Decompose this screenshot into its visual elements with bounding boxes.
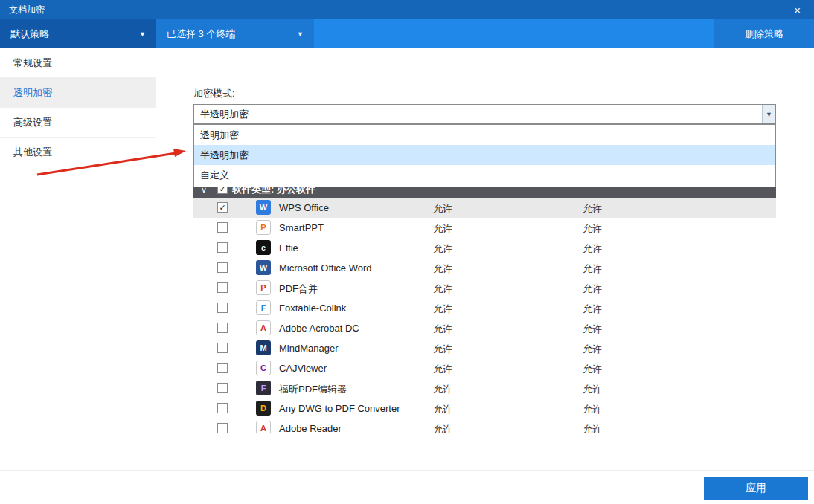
table-row[interactable]: ✓WWPS Office允许允许 <box>193 198 776 218</box>
row-checkbox[interactable]: ✓ <box>217 202 228 213</box>
toolbar: 默认策略 ▼ 已选择 3 个终端 ▼ 删除策略 <box>0 19 814 48</box>
permission-read: 允许 <box>433 303 452 316</box>
permission-write: 允许 <box>583 222 602 236</box>
table-row[interactable]: eEffie允许允许 <box>193 238 776 258</box>
terminals-dropdown-label: 已选择 3 个终端 <box>167 28 235 41</box>
terminals-dropdown[interactable]: 已选择 3 个终端 ▼ <box>156 19 314 48</box>
permission-read: 允许 <box>433 323 452 336</box>
sidebar-item-advanced[interactable]: 高级设置 <box>0 108 156 138</box>
permission-write: 允许 <box>583 242 602 256</box>
document-encryption-window: 文档加密 × 默认策略 ▼ 已选择 3 个终端 ▼ 删除策略 常规设置 透明加密… <box>0 0 814 504</box>
table-row[interactable]: PPDF合并允许允许 <box>193 278 776 298</box>
encrypt-mode-label: 加密模式: <box>193 87 235 100</box>
encrypt-mode-dropdown-list: 透明加密半透明加密自定义 <box>193 124 776 187</box>
permission-read: 允许 <box>433 262 452 276</box>
permission-read: 允许 <box>433 202 452 216</box>
sidebar-item-transparent-encryption[interactable]: 透明加密 <box>0 78 156 108</box>
table-row[interactable]: AAdobe Reader允许允许 <box>193 419 776 433</box>
combobox-arrow-icon[interactable]: ▼ <box>762 105 775 123</box>
row-checkbox[interactable] <box>217 222 228 233</box>
delete-policy-button[interactable]: 删除策略 <box>714 19 814 48</box>
policy-dropdown[interactable]: 默认策略 ▼ <box>0 19 156 48</box>
app-name: Adobe Reader <box>279 423 342 433</box>
row-checkbox[interactable] <box>217 403 228 413</box>
app-name: Effie <box>279 242 298 253</box>
permission-read: 允许 <box>433 343 452 356</box>
window-title: 文档加密 <box>9 4 45 16</box>
table-row[interactable]: WMicrosoft Office Word允许允许 <box>193 258 776 278</box>
title-bar: 文档加密 × <box>0 0 814 19</box>
sidebar-item-general[interactable]: 常规设置 <box>0 48 156 78</box>
permission-write: 允许 <box>583 423 602 433</box>
chevron-down-icon: ▼ <box>139 30 146 38</box>
sidebar: 常规设置 透明加密 高级设置 其他设置 <box>0 48 156 470</box>
smartppt-icon: P <box>256 220 271 235</box>
effie-icon: e <box>256 240 271 255</box>
app-name: 福昕PDF编辑器 <box>279 383 347 396</box>
permission-write: 允许 <box>583 202 602 216</box>
dropdown-option[interactable]: 透明加密 <box>194 125 775 145</box>
app-name: Any DWG to PDF Converter <box>279 403 400 414</box>
permission-write: 允许 <box>583 323 602 336</box>
row-checkbox[interactable] <box>217 383 228 393</box>
table-row[interactable]: MMindManager允许允许 <box>193 338 776 358</box>
wps-office-icon: W <box>256 200 271 215</box>
foxtable-colink-icon: F <box>256 300 271 315</box>
row-checkbox[interactable] <box>217 242 228 253</box>
dropdown-option[interactable]: 自定义 <box>194 165 775 185</box>
permission-read: 允许 <box>433 363 452 376</box>
table-row[interactable]: CCAJViewer允许允许 <box>193 358 776 378</box>
adobe-acrobat-icon: A <box>256 320 271 335</box>
app-name: Foxtable-Colink <box>279 303 346 314</box>
policy-dropdown-label: 默认策略 <box>10 28 49 41</box>
permission-read: 允许 <box>433 222 452 236</box>
permission-read: 允许 <box>433 282 452 296</box>
permission-write: 允许 <box>583 262 602 276</box>
software-table: ✓WWPS Office允许允许PSmartPPT允许允许eEffie允许允许W… <box>193 198 776 433</box>
app-name: Adobe Acrobat DC <box>279 323 359 334</box>
chevron-down-icon: ▼ <box>297 30 304 38</box>
row-checkbox[interactable] <box>217 262 228 273</box>
permission-read: 允许 <box>433 383 452 396</box>
permission-write: 允许 <box>583 403 602 416</box>
close-icon[interactable]: × <box>789 4 805 16</box>
permission-write: 允许 <box>583 383 602 396</box>
table-row[interactable]: AAdobe Acrobat DC允许允许 <box>193 318 776 338</box>
app-name: SmartPPT <box>279 222 324 233</box>
encrypt-mode-combobox[interactable]: 半透明加密 ▼ <box>193 104 776 124</box>
app-name: CAJViewer <box>279 363 327 374</box>
app-name: WPS Office <box>279 202 329 213</box>
footer-divider <box>0 470 814 471</box>
permission-write: 允许 <box>583 303 602 316</box>
table-row[interactable]: FFoxtable-Colink允许允许 <box>193 298 776 318</box>
combobox-value: 半透明加密 <box>200 108 249 121</box>
pdf-merge-icon: P <box>256 280 271 295</box>
permission-read: 允许 <box>433 403 452 416</box>
mindmanager-icon: M <box>256 340 271 355</box>
row-checkbox[interactable] <box>217 423 228 433</box>
permission-read: 允许 <box>433 423 452 433</box>
table-row[interactable]: DAny DWG to PDF Converter允许允许 <box>193 398 776 419</box>
row-checkbox[interactable] <box>217 282 228 293</box>
permission-read: 允许 <box>433 242 452 256</box>
ms-word-icon: W <box>256 260 271 275</box>
foxit-pdf-editor-icon: F <box>256 381 271 395</box>
row-checkbox[interactable] <box>217 303 228 313</box>
app-name: MindManager <box>279 343 339 354</box>
apply-button[interactable]: 应用 <box>704 477 808 500</box>
row-checkbox[interactable] <box>217 343 228 353</box>
app-name: Microsoft Office Word <box>279 262 372 274</box>
table-row[interactable]: F福昕PDF编辑器允许允许 <box>193 378 776 398</box>
sidebar-item-other[interactable]: 其他设置 <box>0 138 156 167</box>
permission-write: 允许 <box>583 363 602 376</box>
permission-write: 允许 <box>583 282 602 296</box>
adobe-reader-icon: A <box>256 421 271 433</box>
app-name: PDF合并 <box>279 282 318 296</box>
table-row[interactable]: PSmartPPT允许允许 <box>193 218 776 238</box>
row-checkbox[interactable] <box>217 323 228 333</box>
dwg-to-pdf-icon: D <box>256 401 271 416</box>
permission-write: 允许 <box>583 343 602 356</box>
row-checkbox[interactable] <box>217 363 228 373</box>
dropdown-option[interactable]: 半透明加密 <box>194 145 775 165</box>
cajviewer-icon: C <box>256 361 271 375</box>
